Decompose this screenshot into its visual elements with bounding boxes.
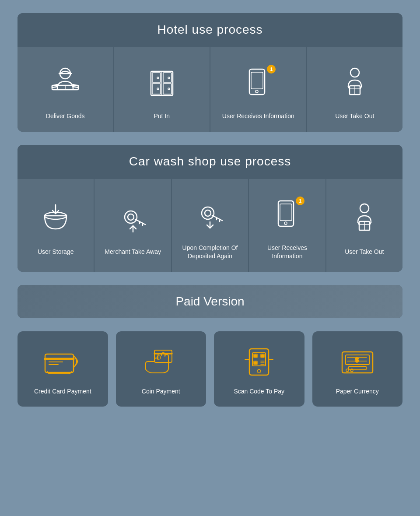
svg-rect-7 — [152, 84, 161, 94]
hotel-item-deliver: Deliver Goods — [18, 47, 114, 132]
svg-point-16 — [256, 90, 258, 93]
payment-scan: Scan Code To Pay — [214, 331, 304, 407]
deliver-icon — [43, 60, 87, 104]
payment-scan-label: Scan Code To Pay — [234, 387, 284, 396]
svg-rect-60 — [255, 362, 256, 364]
svg-point-10 — [157, 77, 159, 79]
svg-line-27 — [135, 219, 145, 225]
svg-rect-14 — [249, 69, 265, 95]
carwash-item-deposit-label: Upon Completion Of Deposited Again — [178, 244, 242, 261]
hotel-section: Hotel use process — [18, 13, 402, 132]
hotel-item-notify-label: User Receives Information — [222, 112, 294, 121]
payment-cash-label: Paper Currency — [336, 387, 379, 396]
svg-point-11 — [157, 88, 159, 90]
svg-rect-37 — [278, 201, 294, 226]
carwash-header: Car wash shop use process — [18, 145, 402, 178]
hotel-item-takeout: User Take Out — [307, 47, 403, 132]
svg-point-64 — [257, 369, 261, 373]
svg-rect-38 — [280, 204, 292, 221]
payment-credit-label: Credit Card Payment — [34, 387, 91, 396]
svg-line-33 — [212, 215, 222, 221]
svg-rect-9 — [163, 84, 172, 94]
payment-credit-card: Credit Card Payment — [18, 331, 108, 407]
svg-rect-46 — [45, 354, 74, 372]
carwash-items-row: User Storage Merchant Tak — [18, 178, 402, 272]
svg-point-39 — [284, 222, 287, 225]
locker-icon — [140, 60, 184, 104]
svg-point-13 — [168, 88, 170, 90]
carwash-section: Car wash shop use process User Storage — [18, 145, 402, 272]
payment-row: Credit Card Payment Coin Payment — [18, 331, 402, 416]
carwash-item-merchant: Merchant Take Away — [94, 179, 172, 272]
paid-section: Paid Version — [18, 285, 402, 318]
carwash-item-takeout: User Take Out — [326, 179, 402, 272]
carwash-item-notify-label: User Receives Information — [256, 244, 318, 261]
user-box-icon — [333, 60, 377, 104]
hotel-items-row: Deliver Goods — [18, 46, 402, 132]
svg-point-32 — [205, 210, 211, 216]
hotel-item-notify: 1 User Receives Information — [210, 47, 307, 132]
paid-title: Paid Version — [27, 295, 393, 309]
hotel-item-takeout-label: User Take Out — [335, 112, 374, 121]
hotel-item-putin-label: Put In — [154, 112, 170, 121]
coin-icon — [139, 344, 183, 379]
carwash-item-storage: User Storage — [18, 179, 94, 272]
hotel-item-deliver-label: Deliver Goods — [46, 112, 85, 121]
hotel-header: Hotel use process — [18, 13, 402, 46]
svg-point-12 — [168, 77, 170, 79]
svg-rect-6 — [152, 73, 161, 82]
key-up-icon — [111, 196, 155, 240]
carwash-item-deposit: Upon Completion Of Deposited Again — [172, 179, 249, 272]
payment-coin-label: Coin Payment — [142, 387, 180, 396]
carwash-item-takeout-label: User Take Out — [345, 248, 384, 256]
svg-rect-58 — [255, 355, 256, 357]
svg-rect-59 — [262, 355, 263, 357]
user-box2-icon — [343, 196, 386, 240]
svg-rect-8 — [163, 73, 172, 82]
paid-header: Paid Version — [18, 285, 402, 318]
hotel-item-putin: Put In — [114, 47, 211, 132]
svg-point-26 — [128, 214, 134, 220]
carwash-item-merchant-label: Merchant Take Away — [105, 248, 161, 256]
hotel-title: Hotel use process — [26, 23, 394, 37]
payment-cash: $ Paper Currency — [312, 331, 403, 407]
scan-icon — [237, 344, 281, 379]
carwash-item-storage-label: User Storage — [38, 248, 74, 256]
svg-point-17 — [350, 68, 359, 77]
payment-coin: Coin Payment — [116, 331, 206, 407]
carwash-title: Car wash shop use process — [26, 154, 394, 168]
key-down-icon — [188, 192, 232, 236]
svg-point-73 — [346, 369, 349, 372]
svg-point-25 — [125, 211, 137, 223]
storage-icon — [34, 196, 77, 240]
phone-notify2-icon: 1 — [265, 192, 309, 236]
phone-notify-icon: 1 — [236, 60, 280, 104]
carwash-item-notify: 1 User Receives Information — [249, 179, 326, 272]
cash-icon: $ — [336, 344, 379, 379]
svg-rect-50 — [154, 350, 172, 362]
credit-card-icon — [41, 344, 84, 379]
svg-point-40 — [360, 204, 369, 213]
svg-rect-15 — [251, 72, 263, 89]
svg-point-31 — [202, 207, 214, 219]
